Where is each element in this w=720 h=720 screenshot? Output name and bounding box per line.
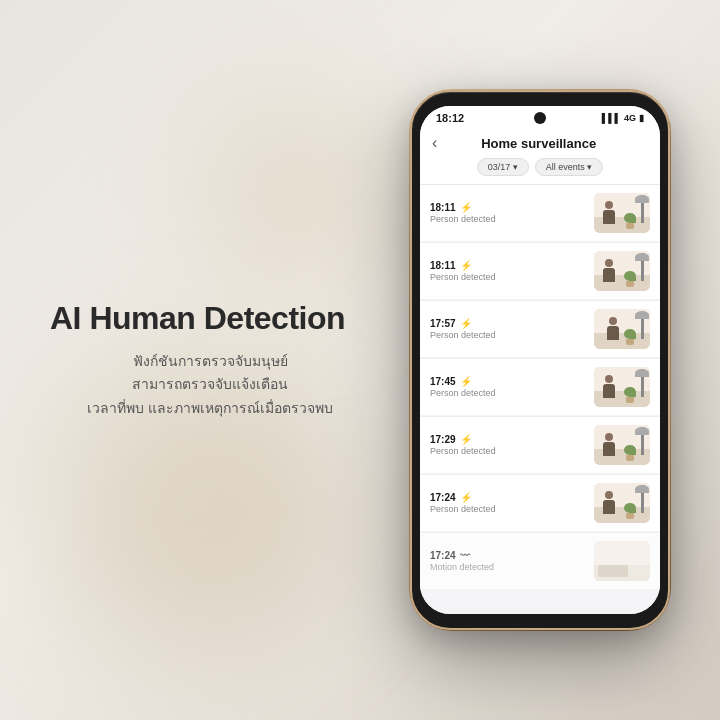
subtitle: ฟังก์ชันการตรวจจับมนุษย์ สามารถตรวจจับแจ… [50, 350, 370, 421]
event-thumbnail [594, 483, 650, 523]
time-value: 17:24 [430, 550, 456, 561]
person-icon: ⚡ [460, 434, 472, 445]
event-label: Person detected [430, 504, 586, 514]
event-time: 17:24 〰 [430, 550, 586, 561]
event-info: 17:45 ⚡ Person detected [430, 376, 586, 398]
event-label: Motion detected [430, 562, 586, 572]
event-list: 18:11 ⚡ Person detected [420, 185, 660, 614]
page-wrapper: AI Human Detection ฟังก์ชันการตรวจจับมนุ… [0, 0, 720, 720]
event-time: 17:57 ⚡ [430, 318, 586, 329]
person-icon: ⚡ [460, 202, 472, 213]
motion-icon: 〰 [460, 550, 470, 561]
network-label: 4G [624, 113, 636, 123]
events-filter-chip[interactable]: All events ▾ [535, 158, 604, 176]
event-item[interactable]: 17:24 ⚡ Person detected [420, 475, 660, 531]
event-time: 18:11 ⚡ [430, 202, 586, 213]
person-icon: ⚡ [460, 260, 472, 271]
date-filter-label: 03/17 ▾ [488, 162, 518, 172]
event-info: 18:11 ⚡ Person detected [430, 260, 586, 282]
event-label: Person detected [430, 214, 586, 224]
event-thumbnail [594, 367, 650, 407]
time-value: 17:57 [430, 318, 456, 329]
event-label: Person detected [430, 330, 586, 340]
status-icons: ▌▌▌ 4G ▮ [602, 113, 644, 123]
person-icon: ⚡ [460, 492, 472, 503]
event-thumbnail [594, 425, 650, 465]
back-button[interactable]: ‹ [432, 134, 437, 152]
event-info: 17:24 〰 Motion detected [430, 550, 586, 572]
phone-wrapper: 18:12 ▌▌▌ 4G ▮ ‹ Home surveillance [370, 90, 710, 630]
filter-row: 03/17 ▾ All events ▾ [432, 158, 648, 176]
event-item-motion[interactable]: 17:24 〰 Motion detected [420, 533, 660, 589]
event-item[interactable]: 18:11 ⚡ Person detected [420, 243, 660, 299]
phone-mockup: 18:12 ▌▌▌ 4G ▮ ‹ Home surveillance [410, 90, 670, 630]
camera-notch [534, 112, 546, 124]
date-filter-chip[interactable]: 03/17 ▾ [477, 158, 529, 176]
event-time: 18:11 ⚡ [430, 260, 586, 271]
battery-icon: ▮ [639, 113, 644, 123]
event-label: Person detected [430, 388, 586, 398]
time-value: 18:11 [430, 202, 456, 213]
phone-screen: 18:12 ▌▌▌ 4G ▮ ‹ Home surveillance [420, 106, 660, 614]
event-info: 17:29 ⚡ Person detected [430, 434, 586, 456]
event-label: Person detected [430, 446, 586, 456]
event-time: 17:45 ⚡ [430, 376, 586, 387]
time-value: 17:24 [430, 492, 456, 503]
event-item[interactable]: 18:11 ⚡ Person detected [420, 185, 660, 241]
event-thumbnail [594, 309, 650, 349]
app-title: Home surveillance [445, 136, 632, 151]
event-item[interactable]: 17:57 ⚡ Person detected [420, 301, 660, 357]
time-value: 18:11 [430, 260, 456, 271]
app-header: ‹ Home surveillance 03/17 ▾ All events ▾ [420, 128, 660, 185]
person-icon: ⚡ [460, 376, 472, 387]
event-info: 17:24 ⚡ Person detected [430, 492, 586, 514]
event-time: 17:29 ⚡ [430, 434, 586, 445]
event-info: 18:11 ⚡ Person detected [430, 202, 586, 224]
main-title: AI Human Detection [50, 299, 370, 337]
event-label: Person detected [430, 272, 586, 282]
time-value: 17:29 [430, 434, 456, 445]
time-value: 17:45 [430, 376, 456, 387]
subtitle-line3: เวลาที่พบ และภาพเหตุการณ์เมื่อตรวจพบ [87, 400, 333, 416]
event-thumbnail [594, 541, 650, 581]
events-filter-label: All events ▾ [546, 162, 593, 172]
event-thumbnail [594, 251, 650, 291]
event-item[interactable]: 17:29 ⚡ Person detected [420, 417, 660, 473]
event-info: 17:57 ⚡ Person detected [430, 318, 586, 340]
event-time: 17:24 ⚡ [430, 492, 586, 503]
subtitle-line1: ฟังก์ชันการตรวจจับมนุษย์ [133, 353, 288, 369]
person-icon: ⚡ [460, 318, 472, 329]
event-thumbnail [594, 193, 650, 233]
signal-icon: ▌▌▌ [602, 113, 621, 123]
left-content: AI Human Detection ฟังก์ชันการตรวจจับมนุ… [50, 299, 370, 421]
subtitle-line2: สามารถตรวจจับแจ้งเตือน [132, 376, 288, 392]
event-item[interactable]: 17:45 ⚡ Person detected [420, 359, 660, 415]
app-nav: ‹ Home surveillance [432, 134, 648, 152]
status-time: 18:12 [436, 112, 464, 124]
